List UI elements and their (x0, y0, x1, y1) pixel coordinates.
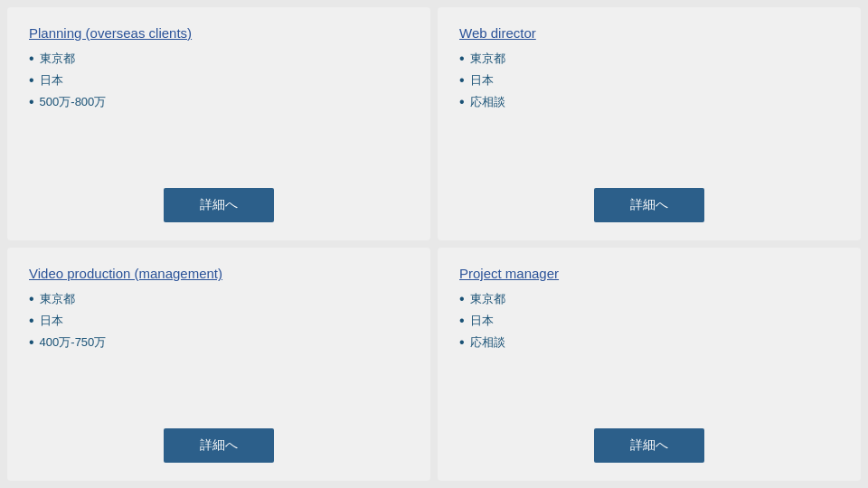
card-footer-video-production: 詳細へ (29, 428, 409, 463)
card-body-video-production: Video production (management)東京都日本400万-7… (29, 266, 409, 414)
card-footer-web-director: 詳細へ (459, 188, 839, 222)
card-body-project-manager: Project manager東京都日本応相談 (459, 266, 839, 414)
card-web-director: Web director東京都日本応相談詳細へ (438, 7, 861, 240)
list-item-planning-1: 日本 (29, 70, 409, 91)
card-list-video-production: 東京都日本400万-750万 (29, 288, 409, 353)
card-title-planning[interactable]: Planning (overseas clients) (29, 25, 192, 41)
list-item-video-production-1: 日本 (29, 310, 409, 332)
list-item-web-director-0: 東京都 (459, 48, 839, 70)
list-item-planning-2: 500万-800万 (29, 91, 409, 113)
list-item-web-director-2: 応相談 (459, 91, 839, 113)
detail-button-project-manager[interactable]: 詳細へ (594, 428, 704, 463)
list-item-project-manager-1: 日本 (459, 310, 839, 332)
job-listing-grid: Planning (overseas clients)東京都日本500万-800… (0, 0, 868, 488)
card-body-web-director: Web director東京都日本応相談 (459, 25, 839, 174)
detail-button-web-director[interactable]: 詳細へ (594, 188, 704, 222)
list-item-video-production-2: 400万-750万 (29, 332, 409, 353)
list-item-video-production-0: 東京都 (29, 288, 409, 310)
card-planning: Planning (overseas clients)東京都日本500万-800… (7, 7, 430, 240)
card-project-manager: Project manager東京都日本応相談詳細へ (438, 248, 861, 481)
card-video-production: Video production (management)東京都日本400万-7… (7, 248, 430, 481)
list-item-project-manager-0: 東京都 (459, 288, 839, 310)
card-title-video-production[interactable]: Video production (management) (29, 266, 222, 281)
list-item-web-director-1: 日本 (459, 70, 839, 91)
card-body-planning: Planning (overseas clients)東京都日本500万-800… (29, 25, 409, 174)
card-title-project-manager[interactable]: Project manager (459, 266, 559, 281)
card-title-web-director[interactable]: Web director (459, 25, 536, 41)
card-list-planning: 東京都日本500万-800万 (29, 48, 409, 113)
card-footer-project-manager: 詳細へ (459, 428, 839, 463)
card-footer-planning: 詳細へ (29, 188, 409, 222)
detail-button-video-production[interactable]: 詳細へ (164, 428, 274, 463)
detail-button-planning[interactable]: 詳細へ (164, 188, 274, 222)
card-list-web-director: 東京都日本応相談 (459, 48, 839, 113)
card-list-project-manager: 東京都日本応相談 (459, 288, 839, 353)
list-item-planning-0: 東京都 (29, 48, 409, 70)
list-item-project-manager-2: 応相談 (459, 332, 839, 353)
